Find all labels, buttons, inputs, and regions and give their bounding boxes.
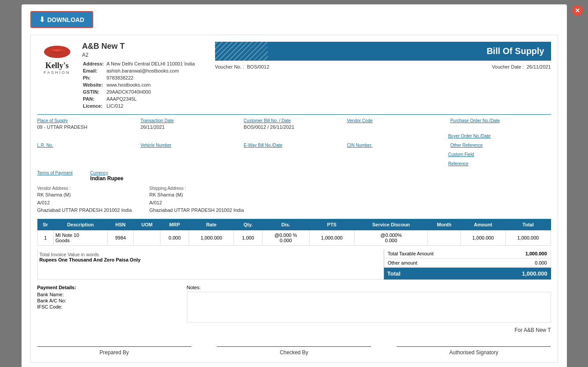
meta-place-supply-label: Place of Supply bbox=[37, 118, 138, 123]
authorised-signatory-label: Authorised Signatory bbox=[397, 349, 551, 356]
bank-name-row: Bank Name: bbox=[37, 292, 178, 297]
row-qty: 1.000 bbox=[234, 230, 263, 245]
meta-transaction-date-label: Transaction Date bbox=[140, 118, 241, 123]
checked-by-block: Checked By bbox=[217, 346, 371, 356]
taxable-amount-row: Total Taxable Amount 1,000.000 bbox=[384, 249, 551, 258]
voucher-info: Voucher No. : BOS/0012 Voucher Date : 26… bbox=[215, 64, 551, 69]
currency-label: Currency bbox=[90, 171, 123, 175]
close-button[interactable]: ✕ bbox=[572, 5, 583, 16]
company-name: A&B New T bbox=[82, 42, 197, 51]
address-section: Vendor Address : RK Sharma (M) A/012 Gha… bbox=[37, 185, 551, 214]
bill-header-right: Bill Of Supply Voucher No. : BOS/0012 Vo… bbox=[215, 42, 551, 110]
col-uom: UOM bbox=[134, 219, 161, 230]
address-label: Address: bbox=[83, 61, 106, 67]
company-licence: LIC/012 bbox=[106, 103, 197, 109]
company-gstin: 29AADCK7040H000 bbox=[106, 89, 197, 95]
shipping-address-label: Shipping Address : bbox=[150, 186, 186, 191]
vendor-address-name: RK Sharma (M) bbox=[37, 191, 132, 199]
meta-transaction-date-value: 26/11/2021 bbox=[140, 124, 164, 130]
meta-place-supply-value: 09 - UTTAR PRADESH bbox=[37, 124, 88, 130]
prepared-by-line bbox=[37, 346, 191, 347]
notes-label: Notes: bbox=[187, 285, 551, 290]
terms-of-payment: Terms of Payment bbox=[37, 171, 73, 182]
meta-lr-no: L.R. No. bbox=[37, 143, 138, 149]
voucher-no-label: Voucher No. : bbox=[215, 64, 245, 69]
website-label: Website: bbox=[83, 82, 106, 88]
voucher-date-value: 26/11/2021 bbox=[526, 64, 551, 69]
download-icon: ⬇ bbox=[39, 15, 45, 24]
shipping-address-name: RK Sharma (M) bbox=[150, 191, 244, 199]
company-pan: AAAPQ2345L bbox=[106, 96, 197, 102]
col-description: Description bbox=[53, 219, 107, 230]
download-button[interactable]: ⬇ DOWNLOAD bbox=[30, 11, 93, 28]
payment-details: Payment Details: Bank Name: Bank A/C No:… bbox=[37, 285, 178, 323]
meta-lr-no-label: L.R. No. bbox=[37, 143, 138, 148]
ph-label: Ph: bbox=[83, 75, 106, 81]
meta-purchase-order: Purchase Order No./Date bbox=[450, 118, 551, 130]
meta-customer-bill-value: BOS/0012 / 26/11/2021 bbox=[244, 124, 294, 130]
bill-header-title: Bill Of Supply bbox=[486, 46, 544, 56]
company-website: www.hostbooks.com bbox=[106, 82, 197, 88]
prepared-by-block: Prepared By bbox=[37, 346, 191, 356]
company-info: Kelly's FASHION A&B New T A2 Address: A … bbox=[37, 42, 197, 110]
licence-label: Licence: bbox=[83, 103, 106, 109]
company-details: A&B New T A2 Address: A New Delhi Centra… bbox=[82, 42, 197, 110]
logo-text: Kelly's bbox=[45, 62, 69, 69]
meta-reference: Reference bbox=[448, 161, 551, 167]
authorised-signatory-block: Authorised Signatory bbox=[397, 346, 551, 356]
voucher-date-section: Voucher Date : 26/11/2021 bbox=[492, 64, 551, 69]
row-description: MI Note 10Goods bbox=[53, 230, 107, 245]
checked-by-label: Checked By bbox=[217, 349, 371, 356]
meta-other-reference: Other Reference bbox=[450, 143, 551, 149]
bank-ac-row: Bank A/C No: bbox=[37, 298, 178, 303]
meta-vendor-code: Vendor Code bbox=[347, 118, 448, 130]
voucher-no-value: BOS/0012 bbox=[247, 64, 270, 69]
table-row: 1 MI Note 10Goods 9984 0.000 1,000.000 1… bbox=[37, 230, 551, 245]
total-value: 1,000.000 bbox=[522, 270, 548, 277]
meta-customer-bill: Customer Bill No. / Date BOS/0012 / 26/1… bbox=[244, 118, 344, 130]
row-hsn: 9984 bbox=[107, 230, 133, 245]
row-mrp: 0.000 bbox=[161, 230, 189, 245]
col-pts: PTS bbox=[309, 219, 354, 230]
terms-section: Terms of Payment Currency Indian Rupee bbox=[37, 171, 551, 182]
row-service-discoun: @0.000%0.000 bbox=[354, 230, 428, 245]
bottom-section: Payment Details: Bank Name: Bank A/C No:… bbox=[37, 285, 551, 323]
logo-fashion: FASHION bbox=[44, 70, 70, 75]
col-qty: Qty. bbox=[234, 219, 263, 230]
vendor-address-label: Vendor Address : bbox=[37, 186, 71, 191]
col-hsn: HSN bbox=[107, 219, 133, 230]
invoice-words: Total Invoice Value in words Rupees One … bbox=[37, 249, 384, 280]
voucher-date-label: Voucher Date : bbox=[492, 64, 524, 69]
shipping-address-line2: Ghaziabad UTTAR PRADESH 201002 India bbox=[150, 207, 244, 214]
meta-buyer-order-label: Buyer Order No./Date bbox=[448, 134, 551, 138]
col-amount: Amount bbox=[460, 219, 505, 230]
meta-buyer-order: Buyer Order No./Date bbox=[448, 134, 551, 139]
meta-grid-2: L.R. No. Vehicle Number E-Way Bill No./D… bbox=[37, 143, 551, 149]
totals-area: Total Invoice Value in words Rupees One … bbox=[37, 249, 551, 280]
col-total: Total bbox=[506, 219, 551, 230]
checked-by-line bbox=[217, 346, 371, 347]
totals-section: Total Taxable Amount 1,000.000 Other amo… bbox=[384, 249, 551, 280]
toolbar: ⬇ DOWNLOAD bbox=[30, 11, 558, 28]
meta-customer-bill-label: Customer Bill No. / Date bbox=[244, 118, 344, 123]
notes-box[interactable] bbox=[187, 292, 551, 323]
row-month bbox=[428, 230, 460, 245]
total-label: Total bbox=[387, 270, 401, 277]
payment-title: Payment Details: bbox=[37, 285, 178, 290]
col-sr: Sr bbox=[37, 219, 53, 230]
row-amount: 1,000.000 bbox=[460, 230, 505, 245]
meta-vehicle-number-label: Vehicle Number bbox=[140, 143, 241, 148]
other-value: 0.000 bbox=[535, 260, 547, 265]
meta-custom-field: Custom Field bbox=[448, 152, 551, 158]
notes-section: Notes: bbox=[187, 285, 551, 323]
meta-vehicle-number: Vehicle Number bbox=[140, 143, 241, 149]
meta-cin-number-label: CIN Number. bbox=[347, 143, 448, 148]
ifsc-label: IFSC Code: bbox=[37, 304, 62, 309]
other-amount-row: Other amount 0.000 bbox=[384, 258, 551, 268]
col-dis: Dis. bbox=[262, 219, 309, 230]
company-sub: A2 bbox=[82, 52, 197, 58]
vendor-address-line1: A/012 bbox=[37, 199, 132, 207]
authorised-signatory-line bbox=[397, 346, 551, 347]
voucher-no-section: Voucher No. : BOS/0012 bbox=[215, 64, 270, 69]
header-section: Kelly's FASHION A&B New T A2 Address: A … bbox=[37, 42, 551, 110]
